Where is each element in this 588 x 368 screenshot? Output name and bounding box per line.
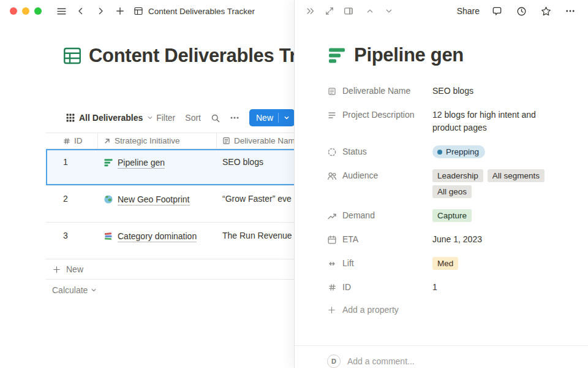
chevron-down-icon [147,115,153,121]
property-row-status[interactable]: Status Prepping [327,140,565,164]
new-record-button[interactable]: New [249,109,295,126]
cell-strategic-initiative[interactable]: Pipeline gen [97,149,216,185]
sidebar-toggle-button[interactable] [54,4,69,18]
audience-tag[interactable]: All segments [488,169,545,182]
forward-button[interactable] [93,4,108,18]
window-controls [10,7,42,15]
favorite-button[interactable] [539,4,553,18]
search-button[interactable] [211,113,220,123]
ellipsis-icon [230,113,239,123]
lift-tag[interactable]: Med [432,257,458,270]
property-value[interactable]: Capture [432,209,565,222]
property-row-lift[interactable]: Lift Med [327,251,565,275]
view-name: All Deliverables [79,113,143,123]
previous-record-button[interactable] [364,5,376,17]
column-header-id[interactable]: ID [46,133,97,148]
breadcrumb[interactable]: Content Deliverables Tracker [134,6,255,16]
more-options-button[interactable] [230,113,239,123]
property-value[interactable]: Leadership All segments All geos [432,169,565,198]
sort-button[interactable]: Sort [185,113,201,123]
add-property-button[interactable]: Add a property [327,299,565,320]
table-row[interactable]: 2 New Geo Footprint “Grow Faster” eve [46,186,295,223]
property-row-demand[interactable]: Demand Capture [327,204,565,228]
zoom-window-button[interactable] [34,7,42,15]
comments-button[interactable] [490,4,504,18]
column-header-strategic-initiative[interactable]: Strategic Initiative [97,133,216,148]
cell-deliverable-name[interactable]: “Grow Faster” eve [216,186,295,222]
cell-id[interactable]: 1 [46,149,97,185]
audience-tag[interactable]: All geos [432,185,472,198]
close-window-button[interactable] [10,7,17,15]
record-title[interactable]: Pipeline gen [354,44,464,66]
open-full-page-button[interactable] [323,4,336,18]
property-value[interactable]: 12 blogs for high intent and product pag… [432,109,565,134]
property-value[interactable]: 1 [432,281,565,294]
table-row[interactable]: 1 Pipeline gen SEO blogs [46,149,295,186]
plus-icon [52,265,61,274]
add-row-label: New [66,264,83,274]
text-value: SEO blogs [432,85,473,98]
chevron-right-icon [96,6,105,16]
new-tab-button[interactable] [113,4,127,18]
cell-strategic-initiative[interactable]: Category domination [97,223,216,259]
page-link[interactable]: New Geo Footprint [118,194,190,205]
filter-button[interactable]: Filter [156,113,175,123]
chevron-down-icon [91,287,97,293]
history-button[interactable] [514,4,529,18]
table-row[interactable]: 3 Category domination The Run Revenue S [46,223,295,259]
status-dot-icon [437,150,442,155]
deliverables-table: ID Strategic Initiative Deliverable Name… [46,132,295,280]
demand-tag[interactable]: Capture [432,209,472,222]
property-label-text: ETA [342,233,358,246]
minimize-window-button[interactable] [22,7,29,15]
column-label: ID [74,136,83,145]
property-value[interactable]: Prepping [432,145,565,158]
page-link[interactable]: Pipeline gen [118,157,165,169]
star-icon [540,6,552,17]
next-record-button[interactable] [383,5,395,17]
property-row-project-description[interactable]: Project Description 12 blogs for high in… [327,103,565,140]
side-peek-mode-button[interactable] [342,4,355,18]
cell-id[interactable]: 2 [46,186,97,222]
cell-deliverable-name[interactable]: SEO blogs [216,149,295,185]
property-label: Demand [327,209,432,222]
database-table-icon [62,45,83,66]
property-label: Project Description [327,109,432,121]
arrows-horizontal-icon [327,259,337,269]
audience-tag[interactable]: Leadership [432,169,483,182]
books-icon [104,231,113,241]
property-row-audience[interactable]: Audience Leadership All segments All geo… [327,164,565,204]
peek-controls [304,4,355,18]
page-link[interactable]: Category domination [118,231,197,242]
comment-input[interactable]: D Add a comment... [295,346,588,368]
cell-strategic-initiative[interactable]: New Geo Footprint [97,186,216,222]
cell-deliverable-name[interactable]: The Run Revenue S [216,223,295,259]
status-tag[interactable]: Prepping [432,145,485,158]
plus-icon [327,305,336,315]
calculate-label: Calculate [52,285,88,295]
table-header-row: ID Strategic Initiative Deliverable Name [46,132,295,149]
column-header-deliverable-name[interactable]: Deliverable Name [216,133,295,148]
ellipsis-icon [565,6,576,17]
back-button[interactable] [74,4,88,18]
calculate-button[interactable]: Calculate [46,285,295,295]
panel-more-button[interactable] [564,4,577,18]
property-value[interactable]: Med [432,257,565,270]
chevron-down-icon [384,6,394,16]
comment-bubble-icon [491,6,503,17]
view-tab-all-deliverables[interactable]: All Deliverables [66,109,153,126]
text-value: 12 blogs for high intent and product pag… [432,109,565,134]
property-value[interactable]: June 1, 2023 [432,233,565,246]
property-value[interactable]: SEO blogs [432,85,565,98]
bar-chart-icon [104,158,113,167]
close-peek-button[interactable] [304,4,317,18]
property-row-deliverable-name[interactable]: Deliverable Name SEO blogs [327,79,565,103]
share-button[interactable]: Share [457,6,480,16]
cell-id[interactable]: 3 [46,223,97,259]
add-row-button[interactable]: New [46,259,295,280]
property-row-eta[interactable]: ETA June 1, 2023 [327,228,565,251]
page-table-icon [134,6,143,16]
property-row-id[interactable]: ID 1 [327,275,565,299]
avatar: D [327,355,341,368]
new-dropdown-chevron[interactable] [279,115,295,121]
